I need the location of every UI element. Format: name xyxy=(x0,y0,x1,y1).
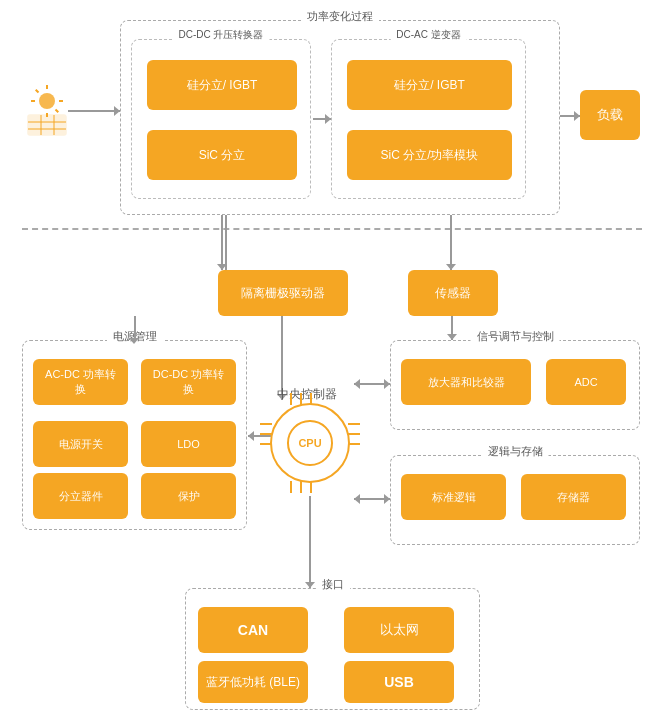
pm-box2: DC-DC 功率转换 xyxy=(141,359,236,405)
signal-control-label: 信号调节与控制 xyxy=(471,329,560,344)
pm-box6: 保护 xyxy=(141,473,236,519)
arrow-cpu-to-interface xyxy=(309,496,311,588)
interface-container: 接口 CAN 以太网 蓝牙低功耗 (BLE) USB xyxy=(185,588,480,710)
dc-dc-label: DC-DC 升压转换器 xyxy=(173,28,270,42)
if-box3: 蓝牙低功耗 (BLE) xyxy=(198,661,308,703)
sc-box2: ADC xyxy=(546,359,626,405)
pm-box4: LDO xyxy=(141,421,236,467)
if-box4: USB xyxy=(344,661,454,703)
sc-box1: 放大器和比较器 xyxy=(401,359,531,405)
sensor-box: 传感器 xyxy=(408,270,498,316)
cpu-circle: CPU xyxy=(270,403,350,483)
dc-ac-box1: 硅分立/ IGBT xyxy=(347,60,512,110)
arrow-sc-cpu xyxy=(354,383,390,385)
gate-driver-box: 隔离栅极驱动器 xyxy=(218,270,348,316)
arrow-pm-up xyxy=(134,316,136,340)
interface-label: 接口 xyxy=(316,577,350,592)
svg-rect-7 xyxy=(28,115,66,135)
arrow-gatedrv-to-dcdc xyxy=(225,215,227,270)
dc-ac-label: DC-AC 逆变器 xyxy=(390,28,466,42)
pm-box5: 分立器件 xyxy=(33,473,128,519)
arrow-dcac-to-load xyxy=(560,115,580,117)
svg-line-6 xyxy=(55,109,58,112)
arrow-dcdc-to-gatedrv xyxy=(221,215,223,270)
power-conversion-label: 功率变化过程 xyxy=(301,9,379,24)
if-box2: 以太网 xyxy=(344,607,454,653)
svg-point-0 xyxy=(39,93,55,109)
horizontal-divider xyxy=(22,228,642,230)
power-mgmt-container: 电源管理 AC-DC 功率转换 DC-DC 功率转换 电源开关 LDO 分立器件… xyxy=(22,340,247,530)
cpu-label: CPU xyxy=(298,437,321,449)
if-box1: CAN xyxy=(198,607,308,653)
logic-storage-label: 逻辑与存储 xyxy=(482,444,549,459)
pm-box1: AC-DC 功率转换 xyxy=(33,359,128,405)
dc-ac-box2: SiC 分立/功率模块 xyxy=(347,130,512,180)
ls-box2: 存储器 xyxy=(521,474,626,520)
pm-box3: 电源开关 xyxy=(33,421,128,467)
main-diagram: 功率变化过程 DC-DC 升压转换器 硅分立/ IGBT SiC 分立 DC-A… xyxy=(0,0,664,720)
svg-line-5 xyxy=(35,89,38,92)
arrow-ls-cpu xyxy=(354,498,390,500)
dc-dc-box1: 硅分立/ IGBT xyxy=(147,60,297,110)
dc-ac-container: DC-AC 逆变器 硅分立/ IGBT SiC 分立/功率模块 xyxy=(331,39,526,199)
logic-storage-container: 逻辑与存储 标准逻辑 存储器 xyxy=(390,455,640,545)
signal-control-container: 信号调节与控制 放大器和比较器 ADC xyxy=(390,340,640,430)
load-box: 负载 xyxy=(580,90,640,140)
arrow-solar-to-dcdc xyxy=(68,110,120,112)
ls-box1: 标准逻辑 xyxy=(401,474,506,520)
dc-dc-box2: SiC 分立 xyxy=(147,130,297,180)
arrow-dcac-to-sensor xyxy=(450,215,452,270)
dc-dc-container: DC-DC 升压转换器 硅分立/ IGBT SiC 分立 xyxy=(131,39,311,199)
arrow-sensor-to-sc xyxy=(451,316,453,340)
power-conversion-container: 功率变化过程 DC-DC 升压转换器 硅分立/ IGBT SiC 分立 DC-A… xyxy=(120,20,560,215)
arrow-dcdc-to-dcac xyxy=(313,118,331,120)
